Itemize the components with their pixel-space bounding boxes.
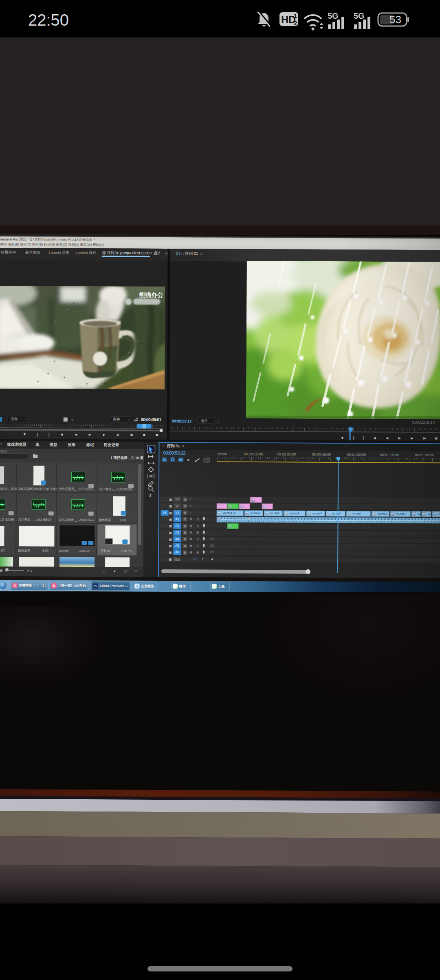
svg-text:熊猫办公: 熊猫办公	[139, 291, 164, 298]
svg-text:5G: 5G	[354, 11, 365, 20]
svg-text:CC: CC	[205, 459, 209, 462]
svg-text:T: T	[149, 492, 152, 498]
svg-text:53: 53	[389, 13, 401, 26]
svg-text:1: 1	[294, 12, 297, 19]
svg-text:5G: 5G	[328, 11, 339, 20]
svg-text:2: 2	[294, 20, 297, 26]
